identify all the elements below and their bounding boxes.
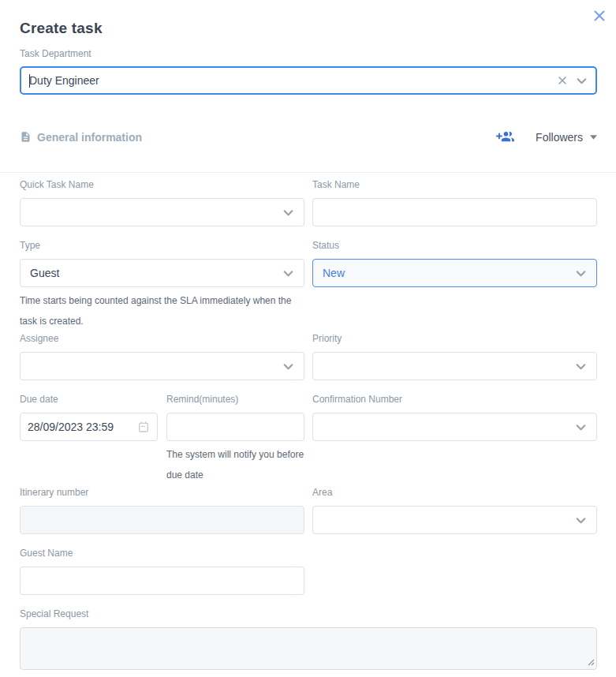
assignee-select[interactable] <box>20 352 304 380</box>
document-icon <box>20 130 32 144</box>
confirmation-number-select[interactable] <box>312 413 597 441</box>
caret-down-icon <box>590 135 597 140</box>
priority-label: Priority <box>312 333 597 344</box>
chevron-down-icon <box>282 207 294 219</box>
remind-minutes-input[interactable] <box>166 413 304 441</box>
itinerary-number-input <box>20 506 304 534</box>
general-information-title: General information <box>37 131 142 144</box>
special-request-textarea[interactable] <box>20 627 597 670</box>
chevron-down-icon <box>575 421 587 433</box>
due-date-label: Due date <box>20 394 158 405</box>
type-helper-text: Time starts being counted against the SL… <box>20 290 304 331</box>
priority-select[interactable] <box>312 352 597 380</box>
area-label: Area <box>312 487 597 498</box>
task-department-label: Task Department <box>20 48 597 59</box>
calendar-icon <box>137 421 150 433</box>
chevron-down-icon <box>575 267 587 279</box>
task-department-select[interactable]: Duty Engineer <box>20 66 597 95</box>
confirmation-number-label: Confirmation Number <box>312 394 597 405</box>
task-name-label: Task Name <box>312 179 597 190</box>
guest-name-input[interactable] <box>20 567 304 595</box>
clear-icon[interactable] <box>557 75 568 86</box>
special-request-label: Special Request <box>20 608 597 619</box>
create-task-dialog: Create task Task Department Duty Enginee… <box>0 0 616 677</box>
status-select[interactable]: New <box>312 259 597 287</box>
page-title: Create task <box>20 20 597 37</box>
chevron-down-icon <box>282 267 294 279</box>
followers-label: Followers <box>536 131 583 144</box>
resize-grip-icon[interactable] <box>588 659 595 666</box>
assignee-label: Assignee <box>20 333 304 344</box>
general-information-header: General information <box>20 130 142 144</box>
guest-name-label: Guest Name <box>20 548 304 559</box>
task-department-value: Duty Engineer <box>29 74 557 87</box>
status-value: New <box>323 267 575 279</box>
status-label: Status <box>312 240 597 251</box>
quick-task-name-label: Quick Task Name <box>20 179 304 190</box>
due-date-picker[interactable]: 28/09/2023 23:59 <box>20 413 158 441</box>
remind-helper-text: The system will notify you before due da… <box>166 444 304 485</box>
task-name-input[interactable] <box>312 198 597 226</box>
chevron-down-icon <box>575 361 587 372</box>
chevron-down-icon[interactable] <box>576 75 588 87</box>
quick-task-name-select[interactable] <box>20 198 304 226</box>
followers-dropdown[interactable]: Followers <box>496 130 597 144</box>
close-icon[interactable] <box>591 7 608 24</box>
area-select[interactable] <box>312 506 597 534</box>
type-value: Guest <box>30 267 282 279</box>
chevron-down-icon <box>575 514 587 526</box>
type-select[interactable]: Guest <box>20 259 304 287</box>
itinerary-number-label: Itinerary number <box>20 487 304 498</box>
type-label: Type <box>20 240 304 251</box>
chevron-down-icon <box>282 361 294 372</box>
due-date-value: 28/09/2023 23:59 <box>28 421 137 433</box>
add-followers-icon[interactable] <box>496 130 514 144</box>
divider <box>0 172 616 173</box>
remind-minutes-label: Remind(minutes) <box>166 394 304 405</box>
